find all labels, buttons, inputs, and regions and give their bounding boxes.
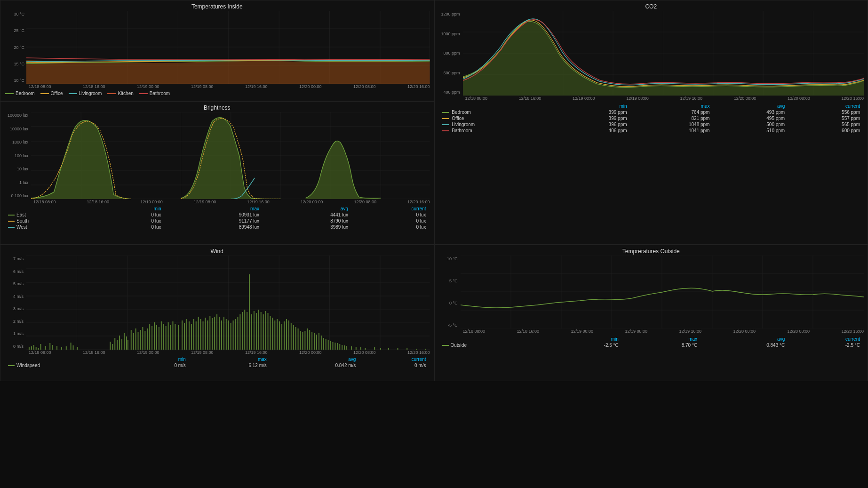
- legend-bathroom: Bathroom: [139, 91, 170, 96]
- svg-rect-138: [242, 312, 243, 350]
- svg-rect-75: [52, 345, 53, 350]
- svg-rect-120: [200, 319, 201, 350]
- svg-rect-170: [316, 335, 317, 350]
- temp-outside-stats: min max avg current Outside -2.5 °C 8.70…: [435, 334, 868, 350]
- x-label: 12/19 16:00: [679, 329, 701, 334]
- svg-rect-188: [374, 347, 375, 350]
- svg-rect-182: [344, 345, 345, 350]
- stats-row-west: West 0 lux 89948 lux 3989 lux 0 lux: [4, 224, 430, 230]
- stats-row-bathroom: Bathroom 406 ppm 1041 ppm 510 ppm 600 pp…: [438, 128, 864, 134]
- svg-rect-134: [233, 320, 234, 350]
- svg-rect-132: [228, 320, 229, 350]
- legend-windspeed-icon: [8, 365, 15, 366]
- svg-rect-183: [346, 346, 347, 350]
- legend-east-icon: [8, 215, 15, 216]
- panel-co2: CO2 1200 ppm 1000 ppm 800 ppm 600 ppm 40…: [434, 0, 868, 245]
- y-label: 20 °C: [2, 45, 24, 50]
- svg-rect-133: [231, 323, 231, 350]
- svg-rect-163: [300, 331, 301, 350]
- y-label: -5 °C: [437, 323, 458, 328]
- x-label: 12/19 08:00: [194, 200, 216, 204]
- stats-current: 556 ppm: [788, 109, 864, 115]
- svg-rect-80: [73, 345, 74, 350]
- legend-office: Office: [40, 91, 63, 96]
- svg-rect-106: [166, 326, 167, 350]
- svg-rect-168: [311, 332, 312, 350]
- stats-header-min: min: [104, 206, 165, 212]
- wind-stats-table: min max avg current Windspeed 0 m/s 6.12…: [4, 356, 430, 368]
- x-label: 12/20 08:00: [787, 329, 810, 334]
- stats-header-label: [438, 336, 548, 342]
- stats-header-avg: avg: [271, 356, 360, 362]
- svg-rect-123: [207, 320, 208, 350]
- x-label: 12/20 00:00: [733, 329, 756, 334]
- svg-rect-73: [45, 346, 46, 350]
- x-label: 12/20 00:00: [301, 200, 323, 204]
- y-label: 10 °C: [437, 256, 458, 261]
- svg-rect-166: [307, 328, 308, 350]
- co2-chart: [463, 11, 864, 96]
- stats-header-max: max: [190, 356, 271, 362]
- svg-rect-111: [178, 325, 179, 350]
- x-label: 12/19 16:00: [245, 84, 268, 89]
- stats-label: Livingroom: [438, 121, 556, 128]
- stats-header-current: current: [352, 206, 430, 212]
- svg-rect-136: [237, 317, 238, 350]
- stats-label: Windspeed: [4, 362, 129, 368]
- svg-rect-91: [131, 330, 132, 350]
- svg-rect-130: [223, 317, 224, 350]
- svg-rect-186: [360, 347, 361, 350]
- stats-min: 406 ppm: [556, 128, 631, 134]
- stats-col-max: max: [631, 103, 714, 109]
- svg-rect-149: [268, 313, 269, 350]
- svg-rect-141: [249, 274, 250, 350]
- legend-office-label: Office: [51, 91, 63, 96]
- x-label: 12/19 16:00: [680, 96, 703, 101]
- y-label: 100 lux: [2, 153, 28, 158]
- x-label: 12/19 16:00: [247, 200, 270, 204]
- y-label: 10 lux: [2, 167, 28, 171]
- svg-rect-125: [212, 318, 213, 350]
- svg-rect-117: [193, 319, 194, 350]
- svg-rect-152: [274, 320, 275, 350]
- svg-rect-110: [175, 324, 175, 350]
- stats-label: Outside: [438, 342, 548, 348]
- svg-rect-90: [127, 340, 128, 350]
- svg-rect-121: [203, 321, 204, 350]
- stats-row-south: South 0 lux 91177 lux 8790 lux 0 lux: [4, 218, 430, 224]
- svg-rect-101: [154, 322, 155, 350]
- stats-header-label: [4, 206, 104, 212]
- x-label: 12/18 08:00: [29, 84, 51, 89]
- panel-temp-inside: Temperatures Inside 30 °C 25 °C 20 °C 15…: [0, 0, 434, 101]
- x-label: 12/20 08:00: [353, 350, 376, 355]
- svg-rect-131: [226, 319, 227, 350]
- legend-livingroom: Livingroom: [69, 91, 102, 96]
- x-label: 12/19 08:00: [626, 96, 649, 101]
- legend-outside-icon: [442, 345, 449, 346]
- x-label: 12/20 08:00: [353, 84, 376, 89]
- stats-label: East: [4, 212, 104, 218]
- x-label: 12/18 08:00: [463, 329, 486, 334]
- legend-bedroom-icon: [5, 93, 14, 94]
- svg-rect-86: [119, 336, 120, 350]
- stats-label: Bedroom: [438, 109, 556, 115]
- svg-rect-72: [40, 344, 41, 350]
- temp-inside-title: Temperatures Inside: [0, 0, 434, 11]
- stats-row-windspeed: Windspeed 0 m/s 6.12 m/s 0.842 m/s 0 m/s: [4, 362, 430, 368]
- svg-rect-119: [198, 317, 199, 350]
- x-label: 12/20 16:00: [841, 96, 864, 101]
- stats-max: 1041 ppm: [631, 128, 714, 134]
- svg-rect-81: [77, 347, 78, 350]
- stats-avg: 495 ppm: [713, 115, 788, 121]
- panel-brightness: Brightness 100000 lux 10000 lux 1000 lux…: [0, 101, 434, 245]
- svg-rect-93: [135, 328, 136, 350]
- svg-rect-84: [114, 338, 115, 350]
- stats-label: Office: [438, 115, 556, 121]
- svg-rect-112: [182, 320, 183, 350]
- svg-rect-176: [330, 341, 331, 350]
- svg-rect-165: [304, 331, 305, 350]
- stats-avg: 8790 lux: [263, 218, 352, 224]
- stats-header-min: min: [547, 336, 622, 342]
- svg-rect-124: [209, 316, 210, 350]
- svg-rect-68: [31, 346, 32, 350]
